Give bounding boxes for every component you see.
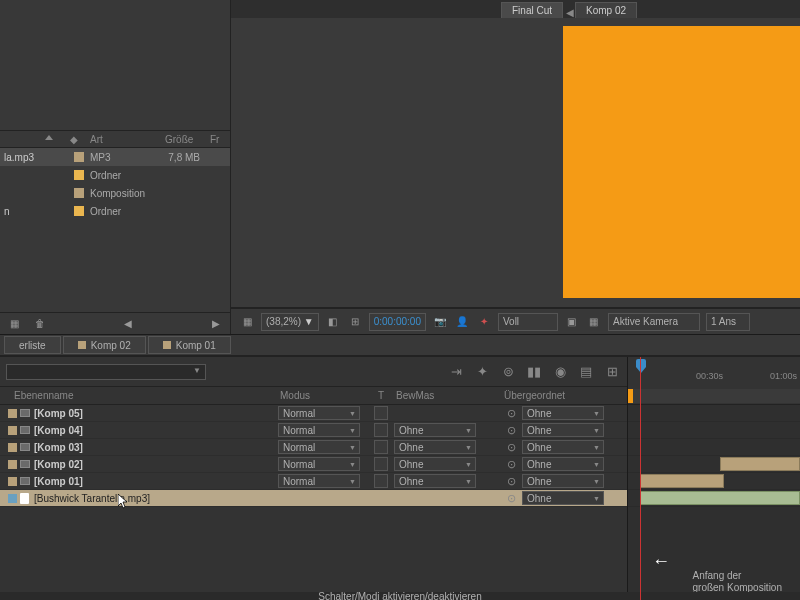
grid-icon[interactable]: ▦ [239, 314, 255, 330]
timecode-display[interactable]: 0:00:00:00 [369, 313, 426, 331]
t-toggle[interactable] [374, 457, 388, 471]
parent-pick-icon[interactable]: ⊙ [504, 406, 518, 420]
motion-blur-icon[interactable]: ▮▮ [525, 363, 543, 381]
track[interactable] [628, 405, 800, 422]
frame-blend-icon[interactable]: ⊚ [499, 363, 517, 381]
layer-row[interactable]: [Komp 03] Normal Ohne ⊙ Ohne [0, 439, 627, 456]
parent-dropdown[interactable]: Ohne [522, 423, 604, 437]
bewmas-dropdown[interactable]: Ohne [394, 423, 476, 437]
trash-icon[interactable]: 🗑 [32, 316, 48, 332]
modus-dropdown[interactable]: Normal [278, 406, 360, 420]
playhead-line[interactable] [640, 357, 641, 600]
timeline-track-area[interactable]: 00:30s 01:00s ← Anfang der großen Kompos… [628, 357, 800, 600]
layer-row[interactable]: [Komp 05] Normal ⊙ Ohne [0, 405, 627, 422]
scroll-left-icon[interactable]: ◀ [120, 316, 136, 332]
timeline-layer-area: ▼ ⇥ ✦ ⊚ ▮▮ ◉ ▤ ⊞ Ebenenname Modus T BewM… [0, 357, 628, 600]
shy-icon[interactable]: ⇥ [447, 363, 465, 381]
time-ruler[interactable]: 00:30s 01:00s [628, 357, 800, 405]
parent-pick-icon[interactable]: ⊙ [504, 491, 518, 505]
parent-dropdown[interactable]: Ohne [522, 406, 604, 420]
modus-dropdown[interactable]: Normal [278, 457, 360, 471]
modus-dropdown[interactable]: Normal [278, 423, 360, 437]
layer-columns-header: Ebenenname Modus T BewMas Übergeordnet [0, 387, 627, 405]
roi-icon[interactable]: ▣ [564, 314, 580, 330]
camera-dropdown[interactable]: Aktive Kamera [608, 313, 700, 331]
zoom-dropdown[interactable]: (38,2%) ▼ [261, 313, 319, 331]
cube-icon[interactable]: ✦ [473, 363, 491, 381]
bewmas-dropdown[interactable]: Ohne [394, 440, 476, 454]
comp-icon [20, 426, 30, 434]
t-toggle[interactable] [374, 474, 388, 488]
safe-zones-icon[interactable]: ⊞ [347, 314, 363, 330]
timeline-tab-bar: erliste Komp 02 Komp 01 [0, 334, 800, 356]
composition-canvas[interactable] [563, 26, 800, 298]
audio-clip[interactable] [640, 491, 800, 505]
tab-renderlist[interactable]: erliste [4, 336, 61, 354]
t-toggle[interactable] [374, 423, 388, 437]
col-layername[interactable]: Ebenenname [14, 390, 74, 401]
layer-search-input[interactable]: ▼ [6, 364, 206, 380]
tag-icon[interactable]: ◆ [70, 134, 78, 145]
tracks [628, 405, 800, 507]
viewer-area[interactable] [231, 18, 800, 308]
scroll-right-icon[interactable]: ▶ [208, 316, 224, 332]
project-item[interactable]: n Ordner [0, 202, 230, 220]
parent-pick-icon[interactable]: ⊙ [504, 474, 518, 488]
track[interactable] [628, 473, 800, 490]
track[interactable] [628, 439, 800, 456]
parent-pick-icon[interactable]: ⊙ [504, 423, 518, 437]
tab-final-cut[interactable]: Final Cut [501, 2, 563, 18]
sort-arrow-icon[interactable] [45, 135, 53, 140]
bewmas-dropdown[interactable]: Ohne [394, 474, 476, 488]
layer-row[interactable]: [Bushwick Tarantella.mp3] ⊙ Ohne [0, 490, 627, 507]
project-item[interactable]: Komposition [0, 184, 230, 202]
layer-row[interactable]: [Komp 04] Normal Ohne ⊙ Ohne [0, 422, 627, 439]
transparency-icon[interactable]: ▦ [586, 314, 602, 330]
views-dropdown[interactable]: 1 Ans [706, 313, 750, 331]
tab-komp01-tl[interactable]: Komp 01 [148, 336, 231, 354]
resolution-dropdown[interactable]: Voll [498, 313, 558, 331]
color-swatch [74, 188, 84, 198]
col-art[interactable]: Art [90, 134, 103, 145]
chart-icon[interactable]: ⊞ [603, 363, 621, 381]
modus-dropdown[interactable]: Normal [278, 474, 360, 488]
bewmas-dropdown[interactable]: Ohne [394, 457, 476, 471]
col-t[interactable]: T [378, 390, 384, 401]
col-fr[interactable]: Fr [210, 134, 219, 145]
parent-dropdown[interactable]: Ohne [522, 474, 604, 488]
parent-dropdown[interactable]: Ohne [522, 491, 604, 505]
col-bewmas[interactable]: BewMas [396, 390, 434, 401]
layer-row[interactable]: [Komp 02] Normal Ohne ⊙ Ohne [0, 456, 627, 473]
tab-komp02[interactable]: Komp 02 [575, 2, 637, 18]
parent-dropdown[interactable]: Ohne [522, 457, 604, 471]
parent-pick-icon[interactable]: ⊙ [504, 440, 518, 454]
t-toggle[interactable] [374, 440, 388, 454]
channel-icon[interactable]: 👤 [454, 314, 470, 330]
clip[interactable] [720, 457, 800, 471]
project-item[interactable]: la.mp3 MP3 7,8 MB [0, 148, 230, 166]
project-panel: ◆ Art Größe Fr la.mp3 MP3 7,8 MB Ordner … [0, 0, 230, 334]
track[interactable] [628, 422, 800, 439]
clip[interactable] [640, 474, 724, 488]
col-groesse[interactable]: Größe [165, 134, 193, 145]
track[interactable] [628, 456, 800, 473]
playhead-icon[interactable] [634, 359, 648, 373]
brainstorm-icon[interactable]: ◉ [551, 363, 569, 381]
t-toggle[interactable] [374, 406, 388, 420]
snapshot-icon[interactable]: 📷 [432, 314, 448, 330]
col-modus[interactable]: Modus [280, 390, 310, 401]
layer-row[interactable]: [Komp 01] Normal Ohne ⊙ Ohne [0, 473, 627, 490]
tab-komp02-tl[interactable]: Komp 02 [63, 336, 146, 354]
modus-dropdown[interactable]: Normal [278, 440, 360, 454]
parent-pick-icon[interactable]: ⊙ [504, 457, 518, 471]
bpc-icon[interactable]: ▦ [6, 316, 22, 332]
graph-icon[interactable]: ▤ [577, 363, 595, 381]
parent-dropdown[interactable]: Ohne [522, 440, 604, 454]
project-item[interactable]: Ordner [0, 166, 230, 184]
mask-icon[interactable]: ◧ [325, 314, 341, 330]
color-mgmt-icon[interactable]: ✦ [476, 314, 492, 330]
track[interactable] [628, 490, 800, 507]
project-columns-header[interactable]: ◆ Art Größe Fr [0, 130, 230, 148]
annotation-arrow-icon: ← [652, 551, 670, 572]
col-uebergeordnet[interactable]: Übergeordnet [504, 390, 565, 401]
